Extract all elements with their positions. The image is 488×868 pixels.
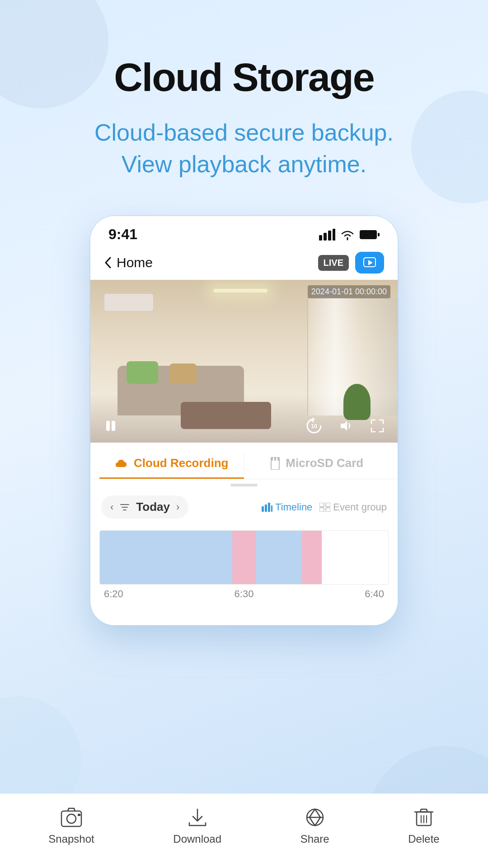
- timeline-chart[interactable]: 6:20 6:30 6:40: [90, 526, 398, 607]
- ac-unit: [104, 293, 154, 311]
- delete-icon: [412, 807, 436, 828]
- svg-rect-0: [319, 235, 322, 241]
- ceiling-light: [213, 289, 267, 292]
- share-icon: [303, 807, 327, 828]
- svg-point-29: [67, 814, 76, 823]
- volume-button[interactable]: [334, 415, 357, 437]
- timeline-segment-pink-2: [302, 531, 322, 584]
- status-time: 9:41: [108, 226, 137, 243]
- share-label: Share: [300, 833, 329, 845]
- signal-icon: [319, 229, 335, 241]
- nav-bar: Home LIVE: [90, 247, 398, 280]
- tl-label-2: 6:30: [230, 588, 254, 600]
- play-recording-icon: [363, 256, 376, 269]
- svg-rect-1: [324, 233, 327, 241]
- timeline-view-button[interactable]: Timeline: [262, 501, 312, 513]
- timeline-controls: ‹ Today › Timeline: [90, 488, 398, 526]
- timeline-labels: 6:20 6:30 6:40: [99, 585, 389, 600]
- svg-marker-10: [310, 417, 314, 423]
- sofa-cushion-orange: [169, 363, 197, 384]
- event-group-label: Event group: [333, 501, 387, 513]
- bottom-spacer: [90, 607, 398, 625]
- cloud-icon: [115, 458, 129, 469]
- pause-button[interactable]: [99, 415, 122, 437]
- delete-button[interactable]: Delete: [408, 807, 439, 845]
- prev-date-button[interactable]: ‹: [110, 501, 113, 513]
- tl-label-3: 6:40: [360, 588, 384, 600]
- download-label: Download: [173, 833, 221, 845]
- playback-button[interactable]: [355, 252, 384, 274]
- nav-actions: LIVE: [318, 252, 384, 274]
- svg-rect-20: [262, 506, 264, 512]
- snapshot-button[interactable]: Snapshot: [48, 807, 94, 845]
- page-title: Cloud Storage: [114, 54, 374, 100]
- download-icon: [186, 807, 209, 828]
- bottom-toolbar: Snapshot Download Share Delete: [0, 793, 488, 868]
- svg-rect-8: [106, 421, 110, 431]
- delete-label: Delete: [408, 833, 439, 845]
- timeline-segment-blue-1: [100, 531, 232, 584]
- grid-icon: [319, 503, 330, 512]
- battery-icon: [360, 229, 380, 240]
- next-date-button[interactable]: ›: [176, 501, 179, 513]
- svg-rect-2: [328, 231, 331, 241]
- timeline-view-label: Timeline: [275, 501, 312, 513]
- drag-handle: [90, 479, 398, 488]
- svg-rect-26: [319, 508, 324, 512]
- replay10-button[interactable]: 10: [303, 415, 325, 437]
- tab-sd-label: MicroSD Card: [286, 456, 363, 470]
- status-icons: [319, 229, 380, 241]
- nav-back-button[interactable]: Home: [104, 255, 153, 270]
- timeline-bar: [99, 530, 389, 585]
- svg-rect-14: [271, 457, 273, 461]
- svg-text:10: 10: [311, 423, 317, 429]
- svg-rect-28: [61, 811, 81, 826]
- decorative-blob-tl: [0, 0, 108, 108]
- video-controls: 10: [90, 415, 398, 437]
- svg-rect-15: [274, 457, 276, 461]
- sofa-cushion-green: [127, 361, 158, 384]
- drag-handle-bar: [230, 484, 258, 486]
- video-timestamp: 2024-01-01 00:00:00: [308, 285, 390, 298]
- svg-rect-21: [265, 505, 267, 512]
- timeline-segment-pink-1: [232, 531, 255, 584]
- live-badge: LIVE: [318, 255, 349, 271]
- wifi-icon: [340, 229, 355, 241]
- chevron-left-icon: [104, 256, 113, 269]
- recording-tabs: Cloud Recording MicroSD Card: [90, 443, 398, 479]
- svg-rect-4: [360, 230, 377, 239]
- svg-rect-25: [326, 503, 330, 507]
- snapshot-icon: [60, 807, 83, 828]
- svg-rect-22: [268, 503, 270, 512]
- download-button[interactable]: Download: [173, 807, 221, 845]
- svg-marker-12: [341, 421, 347, 431]
- svg-rect-24: [319, 503, 324, 507]
- fullscreen-button[interactable]: [366, 415, 389, 437]
- sd-card-icon: [269, 457, 281, 470]
- bar-chart-icon: [262, 503, 272, 512]
- svg-rect-5: [378, 233, 380, 236]
- svg-rect-16: [277, 457, 279, 461]
- nav-back-label: Home: [117, 255, 153, 270]
- video-area: 2024-01-01 00:00:00 10: [90, 280, 398, 443]
- tab-cloud-label: Cloud Recording: [134, 456, 228, 470]
- timeline-segment-blue-2: [256, 531, 302, 584]
- current-date: Today: [136, 500, 170, 514]
- date-navigator[interactable]: ‹ Today ›: [101, 495, 188, 519]
- tab-cloud-recording[interactable]: Cloud Recording: [99, 449, 244, 479]
- status-bar: 9:41: [90, 216, 398, 247]
- svg-rect-30: [78, 814, 80, 816]
- snapshot-label: Snapshot: [48, 833, 94, 845]
- share-button[interactable]: Share: [300, 807, 329, 845]
- svg-rect-3: [333, 229, 335, 241]
- tl-label-1: 6:20: [99, 588, 123, 600]
- event-group-view-button[interactable]: Event group: [319, 501, 387, 513]
- page-subtitle: Cloud-based secure backup. View playback…: [72, 117, 416, 180]
- filter-icon: [120, 502, 130, 512]
- phone-mockup: 9:41: [90, 216, 398, 625]
- tab-microsd[interactable]: MicroSD Card: [244, 449, 389, 479]
- decorative-blob-tr: [411, 90, 488, 203]
- svg-rect-9: [112, 421, 115, 431]
- svg-marker-7: [368, 260, 373, 265]
- svg-rect-27: [326, 508, 330, 512]
